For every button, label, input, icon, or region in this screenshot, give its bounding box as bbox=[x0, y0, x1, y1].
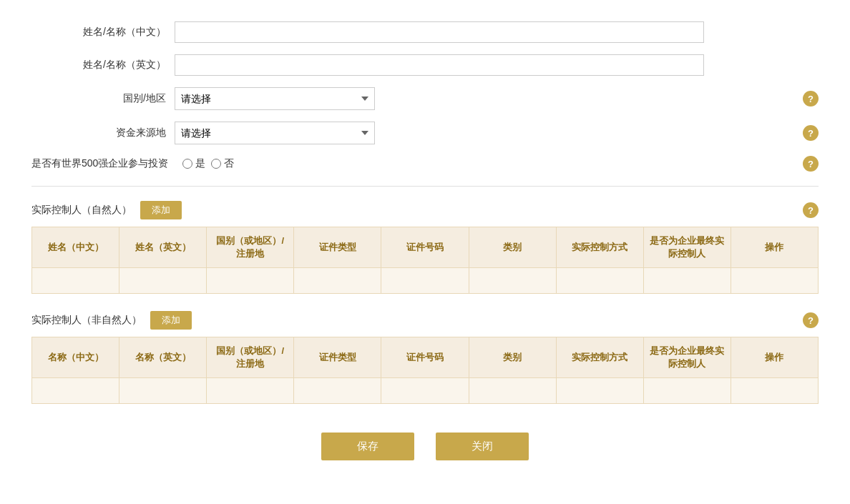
country-row: 国别/地区 请选择 ? bbox=[31, 87, 819, 110]
save-button[interactable]: 保存 bbox=[321, 433, 414, 460]
world500-row: 是否有世界500强企业参与投资 是 否 ? bbox=[31, 156, 819, 172]
non-natural-person-section: 实际控制人（非自然人） 添加 ? 名称（中文） 名称（英文） 国别（或地区）/注… bbox=[31, 311, 819, 404]
world500-help-icon[interactable]: ? bbox=[803, 156, 819, 172]
country-help-icon[interactable]: ? bbox=[803, 91, 819, 107]
col2-name-cn: 名称（中文） bbox=[32, 337, 119, 378]
fund-source-select[interactable]: 请选择 bbox=[175, 122, 375, 144]
country-label: 国别/地区 bbox=[31, 92, 175, 105]
non-natural-person-table: 名称（中文） 名称（英文） 国别（或地区）/注册地 证件类型 证件号码 类别 实… bbox=[31, 337, 819, 404]
natural-person-help-icon[interactable]: ? bbox=[803, 202, 819, 218]
col-control-method: 实际控制方式 bbox=[556, 227, 643, 268]
non-natural-person-help-icon[interactable]: ? bbox=[803, 312, 819, 328]
col-country: 国别（或地区）/注册地 bbox=[207, 227, 294, 268]
bottom-buttons: 保存 关闭 bbox=[31, 433, 819, 482]
col-operation: 操作 bbox=[731, 227, 818, 268]
col-category: 类别 bbox=[469, 227, 556, 268]
natural-person-title: 实际控制人（自然人） bbox=[31, 204, 132, 217]
world500-no-label: 否 bbox=[224, 157, 234, 170]
name-en-row: 姓名/名称（英文） bbox=[31, 54, 819, 76]
name-cn-input[interactable] bbox=[175, 21, 704, 43]
world500-yes-label: 是 bbox=[195, 157, 205, 170]
world500-yes-radio[interactable]: 是 bbox=[182, 157, 205, 170]
col2-operation: 操作 bbox=[731, 337, 818, 378]
name-cn-label: 姓名/名称（中文） bbox=[31, 26, 175, 39]
country-select[interactable]: 请选择 bbox=[175, 87, 375, 110]
col-is-ultimate: 是否为企业最终实际控制人 bbox=[643, 227, 731, 268]
col2-country: 国别（或地区）/注册地 bbox=[207, 337, 294, 378]
natural-person-add-button[interactable]: 添加 bbox=[140, 201, 182, 219]
col-cert-type: 证件类型 bbox=[294, 227, 381, 268]
col2-control-method: 实际控制方式 bbox=[556, 337, 643, 378]
col-name-en: 姓名（英文） bbox=[119, 227, 207, 268]
non-natural-person-table-header-row: 名称（中文） 名称（英文） 国别（或地区）/注册地 证件类型 证件号码 类别 实… bbox=[32, 337, 819, 378]
name-cn-row: 姓名/名称（中文） bbox=[31, 21, 819, 43]
natural-person-header: 实际控制人（自然人） 添加 ? bbox=[31, 201, 819, 219]
natural-person-table: 姓名（中文） 姓名（英文） 国别（或地区）/注册地 证件类型 证件号码 类别 实… bbox=[31, 227, 819, 294]
close-button[interactable]: 关闭 bbox=[436, 433, 529, 460]
col2-is-ultimate: 是否为企业最终实际控制人 bbox=[643, 337, 731, 378]
page-container: 姓名/名称（中文） 姓名/名称（英文） 国别/地区 请选择 ? 资金来源地 请选… bbox=[31, 21, 819, 482]
world500-no-radio[interactable]: 否 bbox=[211, 157, 234, 170]
non-natural-person-header: 实际控制人（非自然人） 添加 ? bbox=[31, 311, 819, 330]
world500-label: 是否有世界500强企业参与投资 bbox=[31, 157, 182, 170]
fund-source-row: 资金来源地 请选择 ? bbox=[31, 122, 819, 144]
natural-person-section: 实际控制人（自然人） 添加 ? 姓名（中文） 姓名（英文） 国别（或地区）/注册… bbox=[31, 201, 819, 294]
col-name-cn: 姓名（中文） bbox=[32, 227, 119, 268]
fund-source-help-icon[interactable]: ? bbox=[803, 125, 819, 141]
fund-source-label: 资金来源地 bbox=[31, 127, 175, 139]
non-natural-person-title: 实际控制人（非自然人） bbox=[31, 314, 142, 327]
non-natural-person-empty-row bbox=[32, 378, 819, 404]
col2-cert-type: 证件类型 bbox=[294, 337, 381, 378]
col2-category: 类别 bbox=[469, 337, 556, 378]
natural-person-empty-row bbox=[32, 268, 819, 294]
col-cert-no: 证件号码 bbox=[381, 227, 469, 268]
col2-cert-no: 证件号码 bbox=[381, 337, 469, 378]
name-en-input[interactable] bbox=[175, 54, 704, 76]
world500-radio-group: 是 否 bbox=[182, 157, 234, 170]
name-en-label: 姓名/名称（英文） bbox=[31, 59, 175, 71]
natural-person-table-header-row: 姓名（中文） 姓名（英文） 国别（或地区）/注册地 证件类型 证件号码 类别 实… bbox=[32, 227, 819, 268]
divider1 bbox=[31, 186, 819, 187]
col2-name-en: 名称（英文） bbox=[119, 337, 207, 378]
non-natural-person-add-button[interactable]: 添加 bbox=[150, 311, 192, 330]
